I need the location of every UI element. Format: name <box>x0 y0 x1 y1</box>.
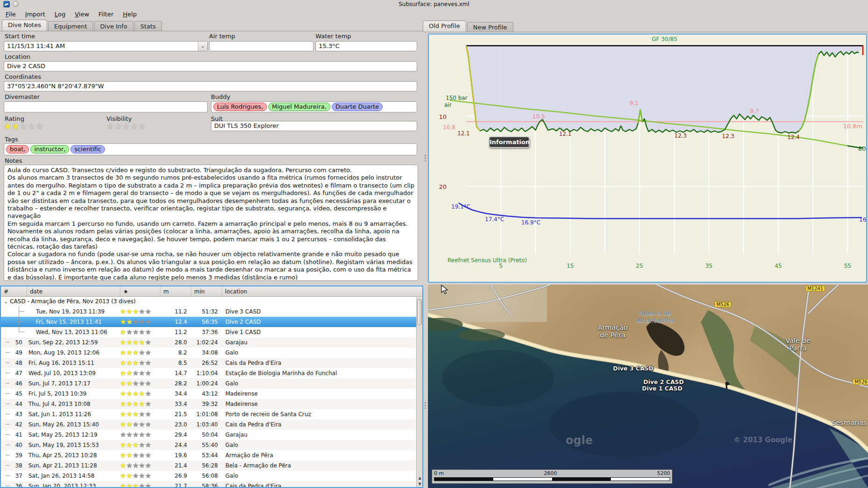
dive-rating: ★★★★★ <box>120 419 160 430</box>
dive-list-scrollbar[interactable]: ▲ ▼ <box>416 297 422 487</box>
tree-tick <box>6 434 10 435</box>
dive-row[interactable]: 50Sun, Sep 22, 2013 12:59★★★★★28.01:02:2… <box>1 337 422 348</box>
dive-location: Dive 3 CASD <box>222 307 422 317</box>
dive-row[interactable]: 39Thu, Apr 25, 2013 10:28★★★★★19.653:44A… <box>1 450 422 460</box>
star-empty-icon: ★ <box>145 349 151 357</box>
svg-text:17.4°C: 17.4°C <box>485 216 504 223</box>
road-badge: M526 <box>853 379 868 385</box>
scroll-down-icon[interactable]: ▼ <box>417 481 423 487</box>
collapse-caret-icon[interactable]: ⌄ <box>4 299 8 305</box>
chevron-down-icon[interactable]: ⌄ <box>198 42 207 51</box>
menu-help[interactable]: Help <box>118 9 141 19</box>
dive-row[interactable]: 45Fri, Jul 5, 2013 10:39★★★★★34.443:12Ma… <box>1 389 422 399</box>
dive-row[interactable]: Wed, Nov 13, 2013 11:06★★★★★11.237:36Div… <box>1 327 422 337</box>
dive-row[interactable]: 48Fri, Aug 16, 2013 15:11★★★★★8.526:52Ca… <box>1 358 422 368</box>
tree-elbow <box>19 327 24 332</box>
dive-date: Fri, Nov 15, 2013 11:41 <box>27 317 120 328</box>
dive-duration: 26:52 <box>191 358 222 369</box>
column-header[interactable]: # <box>1 286 27 296</box>
dive-row[interactable]: 46Sun, Jul 7, 2013 17:17★★★★★28.21:00:24… <box>1 378 422 389</box>
suit-field[interactable]: DUI TLS 350 Explorer <box>211 121 417 131</box>
start-time-combo[interactable]: 11/15/13 11:41 AM ⌄ <box>4 41 208 51</box>
menu-import[interactable]: Import <box>21 9 50 19</box>
tab-dive-info[interactable]: Dive Info <box>94 21 133 31</box>
buddy-pill[interactable]: Miguel Madureira, <box>268 103 330 111</box>
svg-text:35: 35 <box>705 263 712 269</box>
map-place-label: Ribeira de Alcantarilha <box>636 310 674 324</box>
divemaster-field[interactable] <box>4 101 208 112</box>
visibility-stars[interactable]: ★★★★★ <box>106 122 147 131</box>
dive-number: 38 <box>1 460 27 471</box>
information-button[interactable]: Information <box>489 136 530 148</box>
water-temp-field[interactable]: 15.3°C <box>315 41 417 51</box>
rating-stars[interactable]: ★★★★★ <box>4 122 44 131</box>
tag-pill[interactable]: scientific <box>70 145 105 153</box>
dive-rating: ★★★★★ <box>120 337 160 348</box>
tab-stats[interactable]: Stats <box>134 21 162 31</box>
dive-row[interactable]: 36Sun, Jan 20, 2013 12:33★★★★★21.758:36C… <box>1 481 422 488</box>
tab-dive-notes[interactable]: Dive Notes <box>2 20 47 31</box>
dive-row[interactable]: 38Sun, Apr 21, 2013 11:28★★★★★21.456:28B… <box>1 460 422 471</box>
dive-rating: ★★★★★ <box>120 327 160 338</box>
dive-row[interactable]: 37Sat, Jan 26, 2013 14:58★★★★★26.956:08G… <box>1 471 422 481</box>
scroll-up-icon[interactable]: ▲ <box>417 475 423 481</box>
svg-text:Reefnet Sensus Ultra (Preto): Reefnet Sensus Ultra (Preto) <box>448 257 527 264</box>
dive-row[interactable]: 44Thu, Jul 4, 2013 10:08★★★★★33.439:32Ma… <box>1 399 422 409</box>
divemaster-label: Divemaster <box>5 93 40 100</box>
tag-pill[interactable]: instructor, <box>30 145 69 153</box>
star-empty-icon: ★ <box>120 431 126 439</box>
svg-text:16.9°C: 16.9°C <box>521 219 540 226</box>
dive-number: 42 <box>1 419 27 430</box>
tree-elbow <box>19 307 24 312</box>
tab-new-profile[interactable]: New Profile <box>467 22 513 32</box>
air-temp-field[interactable] <box>209 41 314 51</box>
dive-date: Wed, Nov 13, 2013 11:06 <box>27 327 120 338</box>
tags-field[interactable]: boat,instructor,scientific <box>4 143 417 155</box>
dive-row[interactable]: 40Sun, May 19, 2013 15:53★★★★★24.455:40G… <box>1 440 422 450</box>
column-header[interactable]: min <box>191 286 222 296</box>
star-filled-icon: ★ <box>139 338 145 347</box>
location-field[interactable]: Dive 2 CASD <box>4 61 417 71</box>
dive-duration: 1:00:24 <box>191 378 222 389</box>
coordinates-field[interactable]: 37°05'23.460"N 8°20'47.879"W <box>4 81 417 91</box>
star-empty-icon: ★ <box>133 328 139 336</box>
dive-trip-row[interactable]: ⌄CASD - Armação de Pêra, Nov 2013 (3 div… <box>1 297 422 307</box>
dive-row[interactable]: Fri, Nov 15, 2013 11:41★★★★★12.456:35Div… <box>1 317 422 327</box>
dive-row[interactable]: 42Sun, May 26, 2013 15:40★★★★★23.01:03:4… <box>1 419 422 430</box>
scrollbar-thumb[interactable] <box>417 299 422 325</box>
buddy-pill[interactable]: Duarte Duarte <box>332 103 383 111</box>
tag-pill[interactable]: boat, <box>6 145 29 153</box>
menu-log[interactable]: Log <box>50 9 70 19</box>
dive-location: Madeirense <box>222 389 422 399</box>
dive-row[interactable]: Tue, Nov 19, 2013 11:39★★★★★11.251:32Div… <box>1 307 422 317</box>
dive-row[interactable]: 49Mon, Aug 19, 2013 12:06★★★★★8.234:08Ga… <box>1 348 422 358</box>
buddy-pill[interactable]: Luís Rodrigues, <box>213 103 267 111</box>
dive-depth: 11.2 <box>160 327 191 338</box>
dive-location: Estação de Biologia Marinha do Funchal <box>222 368 422 379</box>
star-empty-icon: ★ <box>145 410 151 418</box>
tree-tick <box>6 445 10 445</box>
column-header[interactable]: date <box>27 286 120 296</box>
tree-tick <box>6 352 10 353</box>
star-filled-icon: ★ <box>120 318 126 326</box>
menu-filter[interactable]: Filter <box>94 9 118 19</box>
dive-row[interactable]: 47Wed, Jul 10, 2013 13:09★★★★★14.71:10:0… <box>1 368 422 378</box>
menu-file[interactable]: File <box>1 9 21 19</box>
dive-row[interactable]: 41Sat, May 25, 2013 12:19★★★★★29.450:04G… <box>1 430 422 440</box>
panel-splitter[interactable] <box>423 20 428 488</box>
svg-text:GF 30/85: GF 30/85 <box>652 36 678 42</box>
star-filled-icon: ★ <box>120 482 126 488</box>
tab-old-profile[interactable]: Old Profile <box>423 21 466 32</box>
column-header[interactable]: location <box>222 286 422 296</box>
column-header[interactable]: m <box>160 286 191 296</box>
dive-list-header[interactable]: #date★mminlocation <box>1 286 422 297</box>
dive-duration: 37:36 <box>191 327 222 338</box>
menu-view[interactable]: View <box>70 9 94 19</box>
dive-row[interactable]: 43Sat, Jun 1, 2013 11:26★★★★★21.51:01:08… <box>1 409 422 419</box>
buddy-field[interactable]: Luís Rodrigues,Miguel Madureira,Duarte D… <box>211 101 417 112</box>
dive-site-map[interactable]: Armação de PêraRibeira de AlcantarilhaVa… <box>428 285 868 488</box>
notes-textarea[interactable]: Aula do curso CASD. Transectos c/video e… <box>4 165 418 281</box>
tab-equipment[interactable]: Equipment <box>48 21 93 31</box>
dive-date: Tue, Nov 19, 2013 11:39 <box>27 307 120 317</box>
column-header[interactable]: ★ <box>120 286 160 296</box>
